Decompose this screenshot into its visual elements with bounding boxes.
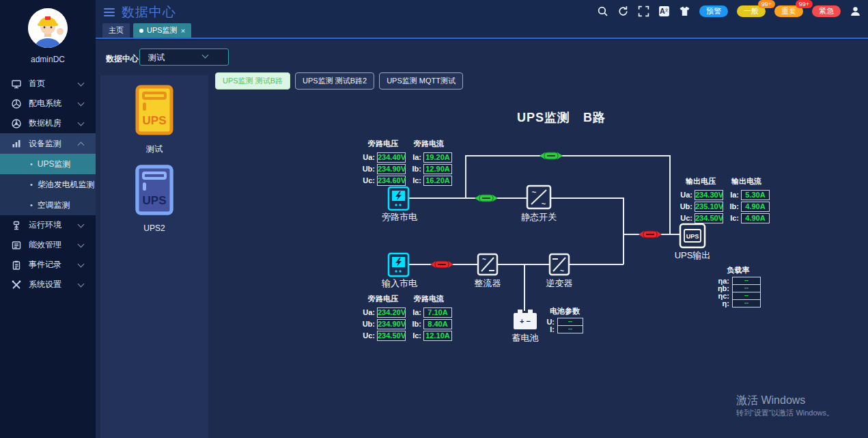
device-name: UPS2: [100, 223, 208, 233]
battery-icon: + −: [514, 310, 537, 329]
chevron-up-icon: [78, 141, 85, 148]
app-title: 数据中心: [122, 3, 176, 21]
value-box: 12.90A: [423, 164, 452, 174]
svg-text:UPS: UPS: [686, 233, 699, 240]
value-box: 7.10A: [423, 307, 452, 318]
windows-watermark-title: 激活 Windows: [736, 394, 805, 408]
sensor-stand-icon: [11, 220, 23, 231]
value-box: 234.40V: [377, 152, 406, 163]
tab-home[interactable]: 主页: [102, 23, 130, 38]
bypass-readings-top: 旁路电压 旁路电流 Ua:234.40V Ia:19.20A Ub:234.90…: [361, 139, 452, 186]
value-box: 4.90A: [741, 202, 770, 212]
datacenter-select[interactable]: 测试: [139, 49, 229, 66]
topbar: 数据中心 A文 预警 一般 99+: [96, 0, 868, 23]
value-box: 235.10V: [695, 202, 723, 212]
chevron-down-icon: [78, 260, 85, 267]
chip-test-b-route[interactable]: UPS监测 测试B路: [215, 72, 290, 90]
sidebar: adminDC 首页 配电系统 数据机房: [0, 0, 96, 438]
clipboard-icon: [11, 260, 23, 271]
device-name: 测试: [100, 143, 208, 155]
avatar[interactable]: adminDC: [0, 0, 96, 64]
svg-text:~: ~: [532, 188, 537, 196]
theme-shirt-icon[interactable]: [679, 5, 690, 17]
value-box: 234.20V: [377, 307, 406, 318]
svg-text:UPS: UPS: [143, 194, 167, 207]
svg-text:整流器: 整流器: [475, 278, 501, 288]
svg-text:旁路市电: 旁路市电: [382, 212, 417, 222]
load-rate-readings: 负载率 ηa:-- ηb:-- ηc:-- η:--: [716, 265, 761, 307]
svg-text:蓄电池: 蓄电池: [512, 333, 539, 343]
sidebar-item-data-room[interactable]: 数据机房: [0, 113, 96, 133]
svg-text:文: 文: [664, 8, 669, 12]
search-icon[interactable]: [597, 5, 608, 17]
ups-circuit-diagram: 旁路市电 ~ ~ 静态开关 输入市电 ~: [212, 89, 868, 438]
home-monitor-icon: [11, 79, 23, 90]
active-dot-icon: [139, 29, 143, 33]
svg-text:~: ~: [482, 256, 486, 263]
sidebar-item-home[interactable]: 首页: [0, 74, 96, 94]
sidebar-item-events[interactable]: 事件记录: [0, 255, 96, 275]
username: adminDC: [0, 55, 96, 64]
refresh-icon[interactable]: [617, 5, 629, 17]
sidebar-item-device-monitor[interactable]: 设备监测: [0, 133, 96, 154]
chip-mqtt-test[interactable]: UPS监测 MQTT测试: [379, 72, 463, 90]
app-window: adminDC 首页 配电系统 数据机房: [0, 0, 868, 438]
svg-text:~: ~: [542, 200, 546, 208]
turbine-icon: [11, 98, 23, 109]
svg-text:输入市电: 输入市电: [381, 278, 417, 288]
chevron-down-icon: [78, 221, 85, 228]
chevron-down-icon: [202, 52, 209, 59]
value-box: 16.20A: [423, 176, 452, 186]
alert-button-important[interactable]: 重要 99+: [774, 5, 803, 17]
chip-test-b-route-2[interactable]: UPS监测 测试B路2: [295, 72, 374, 90]
sidebar-item-environment[interactable]: 运行环境: [0, 215, 96, 235]
sidebar-item-aircon-monitor[interactable]: 空调监测: [0, 195, 96, 215]
chevron-down-icon: [78, 79, 85, 86]
circuit-tabs: UPS监测 测试B路 UPS监测 测试B路2 UPS监测 MQTT测试: [215, 72, 463, 90]
svg-text:+ −: + −: [520, 317, 531, 325]
value-box: 234.30V: [695, 190, 723, 200]
tab-ups-monitor[interactable]: UPS监测: [133, 23, 191, 38]
input-mains-icon: [389, 254, 408, 276]
sidebar-item-ups-monitor[interactable]: UPS监测: [0, 154, 96, 174]
device-list-panel: UPS 测试 UPS UPS2: [100, 75, 208, 438]
main-content: 数据中心 测试 UPS 测试: [96, 40, 868, 438]
close-icon[interactable]: [181, 27, 185, 35]
alert-button-warning[interactable]: 预警: [699, 5, 728, 17]
value-box: 4.90A: [741, 213, 770, 223]
value-box: 12.10A: [423, 331, 452, 341]
device-ups-2[interactable]: UPS UPS2: [100, 165, 208, 233]
datacenter-filter-label: 数据中心: [106, 53, 139, 65]
user-icon[interactable]: [850, 5, 861, 17]
battery-params-readings: 电池参数 U:-- I:--: [546, 306, 583, 333]
switch-open-red-icon: [430, 261, 453, 268]
tools-icon: [11, 279, 23, 290]
value-box: 19.20A: [423, 152, 452, 163]
alert-button-urgent[interactable]: 紧急: [812, 5, 841, 17]
bypass-readings-bottom: 旁路电压 旁路电流 Ua:234.20V Ia:7.10A Ub:234.90V…: [361, 294, 452, 341]
sidebar-item-diesel-monitor[interactable]: 柴油发电机监测: [0, 174, 96, 195]
inverter-icon: ~: [550, 254, 569, 275]
value-box: 234.60V: [377, 176, 406, 186]
sidebar-item-energy[interactable]: 能效管理: [0, 235, 96, 255]
switch-open-red-icon: [639, 231, 662, 238]
value-box: 234.90V: [377, 319, 406, 329]
tab-strip: 主页 UPS监测: [96, 23, 868, 39]
svg-text:静态开关: 静态开关: [521, 212, 557, 222]
output-readings: 输出电压 输出电流 Ua:234.30V Ia:5.30A Ub:235.10V…: [678, 176, 770, 223]
sidebar-item-power-system[interactable]: 配电系统: [0, 94, 96, 113]
hamburger-menu-icon[interactable]: [104, 6, 115, 18]
windows-watermark-subtitle: 转到“设置”以激活 Windows。: [736, 408, 834, 418]
sidebar-item-settings[interactable]: 系统设置: [0, 275, 96, 295]
turbine-icon: [11, 118, 23, 129]
svg-text:UPS: UPS: [143, 114, 167, 127]
alert-button-general[interactable]: 一般 99+: [737, 5, 766, 17]
device-ups-test[interactable]: UPS 测试: [100, 85, 208, 155]
chevron-down-icon: [78, 119, 85, 126]
fullscreen-icon[interactable]: [638, 5, 649, 17]
value-box: --: [732, 299, 761, 307]
bypass-mains-icon: [389, 187, 408, 210]
translate-icon[interactable]: A文: [658, 5, 670, 17]
bar-chart-icon: [11, 138, 23, 149]
value-box: 8.40A: [423, 319, 452, 329]
